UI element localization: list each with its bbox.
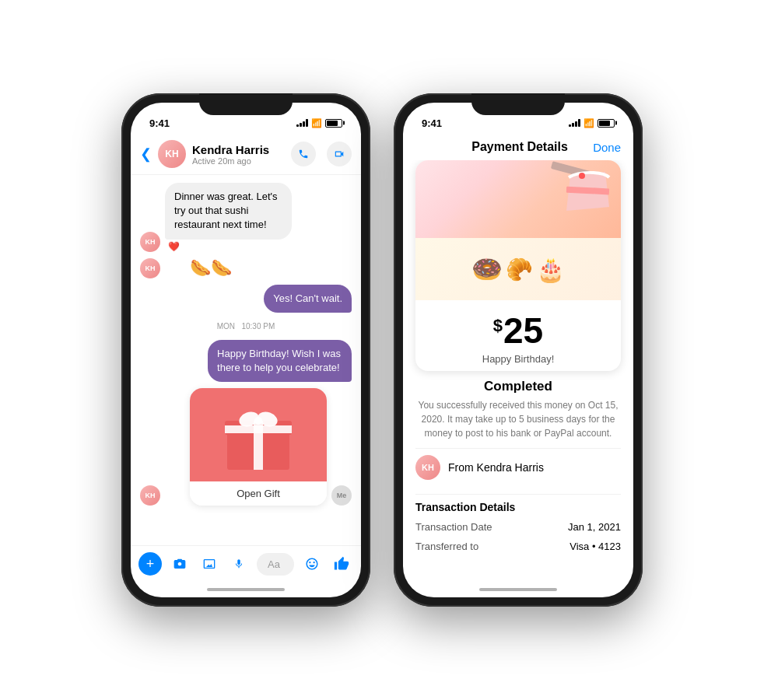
bubble-birthday: Happy Birthday! Wish I was there to help… <box>208 340 352 382</box>
image-button[interactable] <box>198 552 221 576</box>
from-section: KH From Kendra Harris <box>415 448 621 486</box>
heart-reaction: ❤️ <box>168 241 180 252</box>
time-divider: MON 10:30 PM <box>140 322 352 331</box>
done-button[interactable]: Done <box>593 141 621 154</box>
messenger-screen: 9:41 📶 <box>131 103 361 597</box>
from-avatar: KH <box>415 455 440 480</box>
gift-card-image <box>190 388 327 481</box>
video-call-button[interactable] <box>327 142 352 166</box>
payment-card-top-image <box>415 160 621 238</box>
contact-avatar: KH <box>158 140 186 168</box>
gift-card-row: KH <box>140 388 352 506</box>
payment-app: 9:41 📶 <box>403 103 633 597</box>
phone-call-button[interactable] <box>291 142 316 166</box>
status-section: Completed You successfully received this… <box>415 379 621 440</box>
transferred-to-row: Transferred to Visa • 4123 <box>415 541 621 552</box>
donut-emoji: 🍩 <box>471 254 503 284</box>
back-button[interactable]: ❮ <box>140 145 152 163</box>
currency-sign: $ <box>493 316 503 336</box>
home-indicator <box>207 588 285 591</box>
payment-amount: $ 25 <box>428 310 608 352</box>
time-left: 9:41 <box>149 117 170 129</box>
completed-description: You successfully received this money on … <box>415 398 621 440</box>
payment-amount-section: $ 25 Happy Birthday! <box>415 300 621 371</box>
payment-title: Payment Details <box>471 140 568 154</box>
text-input[interactable]: Aa <box>257 553 294 576</box>
completed-status: Completed <box>415 379 621 394</box>
home-bar-right <box>403 582 633 597</box>
payment-header: Payment Details Done <box>403 137 633 160</box>
payment-card: 🍩 🥐 🎂 $ 25 Happy Birthday! <box>415 160 621 371</box>
camera-button[interactable] <box>168 552 191 576</box>
cake-illustration <box>504 160 613 238</box>
contact-status: Active 20m ago <box>192 156 291 166</box>
user-avatar-small: Me <box>331 485 352 506</box>
messenger-phone: 9:41 📶 <box>121 93 370 607</box>
notch-right <box>471 93 565 115</box>
transferred-to-label: Transferred to <box>415 541 478 552</box>
like-button[interactable] <box>330 552 353 576</box>
battery-icon <box>325 119 342 128</box>
contact-info: Kendra Harris Active 20m ago <box>192 143 291 166</box>
status-icons-right: 📶 <box>569 118 615 128</box>
phones-container: 9:41 📶 <box>0 0 764 700</box>
transaction-date-label: Transaction Date <box>415 521 492 533</box>
message-row-birthday: Happy Birthday! Wish I was there to help… <box>140 340 352 382</box>
avatar-kendra-3: KH <box>140 485 160 506</box>
transaction-details: Transaction Details Transaction Date Jan… <box>415 494 621 560</box>
contact-name: Kendra Harris <box>192 143 291 156</box>
gift-box-svg <box>219 396 297 474</box>
transaction-details-title: Transaction Details <box>415 501 621 513</box>
wifi-icon: 📶 <box>311 118 322 128</box>
notch-left <box>199 93 293 115</box>
amount-value: 25 <box>503 310 543 352</box>
status-icons-left: 📶 <box>296 118 342 128</box>
message-row: KH Dinner was great. Let's try out that … <box>140 183 352 252</box>
emoji-message: 🌭🌭 <box>190 258 232 278</box>
transaction-date-row: Transaction Date Jan 1, 2021 <box>415 521 621 533</box>
home-bar-left <box>131 582 361 597</box>
signal-icon <box>296 119 308 127</box>
home-indicator-right <box>479 588 557 591</box>
emoji-button[interactable] <box>300 552 324 576</box>
messenger-header: ❮ KH Kendra Harris Active 20m ago <box>131 137 361 175</box>
header-actions <box>291 142 352 166</box>
payment-content: 🍩 🥐 🎂 $ 25 Happy Birthday! <box>403 160 633 582</box>
open-gift-button[interactable]: Open Gift <box>190 481 327 506</box>
gift-card[interactable]: Open Gift <box>190 388 327 506</box>
from-label: From Kendra Harris <box>448 461 544 474</box>
avatar-kendra: KH <box>140 232 160 252</box>
plus-button[interactable]: + <box>138 552 162 576</box>
wifi-icon-right: 📶 <box>584 118 594 128</box>
transaction-date-value: Jan 1, 2021 <box>568 521 621 533</box>
cake-emoji: 🎂 <box>536 256 565 283</box>
cinnamon-roll-emoji: 🥐 <box>506 257 533 282</box>
message-row-right: Yes! Can't wait. <box>140 285 352 313</box>
svg-rect-3 <box>225 425 292 433</box>
signal-icon-right <box>569 119 580 127</box>
chat-area: KH Dinner was great. Let's try out that … <box>131 175 361 545</box>
battery-icon-right <box>598 119 615 128</box>
mic-button[interactable] <box>227 552 251 576</box>
payment-note: Happy Birthday! <box>428 353 608 365</box>
payment-screen-shell: 9:41 📶 <box>403 103 633 597</box>
bubble-text: Dinner was great. Let's try out that sus… <box>165 183 292 240</box>
message-input-bar: + Aa <box>131 545 361 582</box>
time-right: 9:41 <box>422 117 442 129</box>
svg-point-6 <box>254 417 262 425</box>
messenger-app: 9:41 📶 <box>131 103 361 597</box>
food-decorations: 🍩 🥐 🎂 <box>415 238 621 300</box>
payment-phone: 9:41 📶 <box>394 93 643 607</box>
svg-point-10 <box>579 173 585 179</box>
message-row-emoji: KH 🌭🌭 <box>140 258 352 278</box>
transferred-to-value: Visa • 4123 <box>569 541 621 552</box>
avatar-kendra-2: KH <box>140 258 160 278</box>
bubble-right: Yes! Can't wait. <box>264 285 352 313</box>
